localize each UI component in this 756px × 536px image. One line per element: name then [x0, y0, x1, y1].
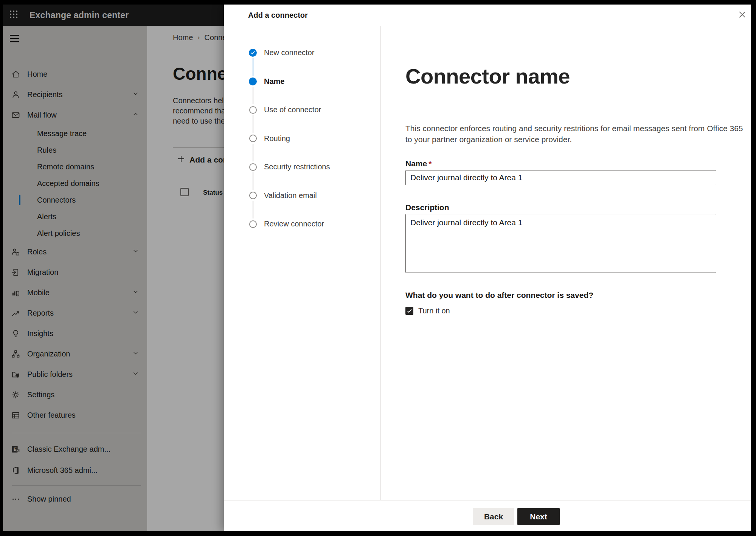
step-label: Security restrictions — [264, 163, 330, 171]
step-label: Use of connector — [264, 105, 321, 114]
step-upcoming-icon — [249, 220, 257, 228]
next-button[interactable]: Next — [517, 508, 560, 525]
wizard-step-content: Connector name This connector enforces r… — [381, 26, 751, 500]
screenshot-frame: Exchange admin center HomeRecipientsMail… — [0, 0, 756, 536]
step-description: This connector enforces routing and secu… — [405, 123, 743, 145]
step-heading: Connector name — [405, 64, 570, 88]
wizard-step-new-connector[interactable]: New connector — [224, 39, 380, 67]
close-button[interactable] — [737, 10, 747, 20]
connector-name-input[interactable] — [405, 170, 716, 185]
checkbox-checked-icon[interactable] — [405, 307, 413, 315]
wizard-step-validation-email[interactable]: Validation email — [224, 181, 380, 210]
wizard-step-name[interactable]: Name — [224, 67, 380, 96]
close-icon — [738, 11, 746, 20]
step-label: Review connector — [264, 220, 324, 228]
step-current-icon — [249, 77, 257, 85]
wizard-step-use-of-connector[interactable]: Use of connector — [224, 96, 380, 124]
turn-it-on-checkbox-row[interactable]: Turn it on — [405, 307, 450, 315]
step-label: Validation email — [264, 191, 317, 200]
description-field-label: Description — [405, 203, 449, 212]
step-upcoming-icon — [249, 192, 257, 199]
step-upcoming-icon — [249, 135, 257, 142]
wizard-step-list: New connectorNameUse of connectorRouting… — [224, 39, 380, 239]
dialog-title: Add a connector — [248, 11, 308, 20]
connector-description-textarea[interactable]: Deliver journal directly to Area 1 — [405, 214, 716, 273]
wizard-step-routing[interactable]: Routing — [224, 124, 380, 153]
add-connector-dialog: Add a connector New connectorNameUse of … — [224, 5, 751, 531]
wizard-step-security-restrictions[interactable]: Security restrictions — [224, 153, 380, 181]
back-button[interactable]: Back — [473, 508, 514, 525]
after-save-question: What do you want to do after connector i… — [405, 291, 593, 300]
step-upcoming-icon — [249, 163, 257, 171]
required-asterisk: * — [428, 159, 432, 168]
dialog-header: Add a connector — [224, 5, 751, 26]
modal-dim-overlay — [3, 5, 224, 531]
step-completed-icon — [249, 49, 257, 57]
app-window: Exchange admin center HomeRecipientsMail… — [3, 5, 751, 531]
dialog-footer: Back Next — [224, 500, 751, 531]
wizard-steps-panel: New connectorNameUse of connectorRouting… — [224, 26, 381, 500]
step-label: Name — [264, 77, 284, 86]
step-label: New connector — [264, 48, 314, 57]
turn-it-on-label: Turn it on — [418, 307, 450, 315]
wizard-step-review-connector[interactable]: Review connector — [224, 210, 380, 239]
step-upcoming-icon — [249, 106, 257, 114]
step-label: Routing — [264, 134, 290, 143]
name-field-label: Name* — [405, 159, 432, 168]
